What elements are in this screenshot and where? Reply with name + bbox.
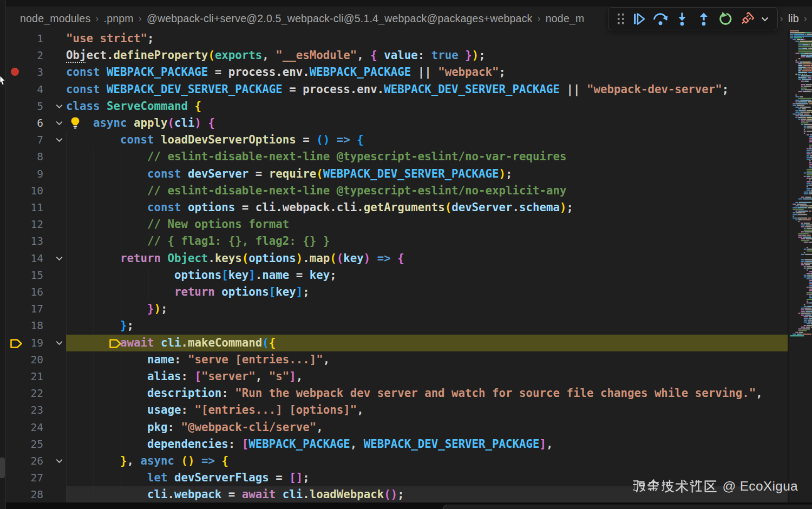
code-token: } <box>120 454 127 467</box>
code-token: = <box>235 201 255 214</box>
line-number: 26 <box>6 453 43 469</box>
breadcrumb-item[interactable]: .pnpm <box>104 12 134 25</box>
breadcrumb-separator: › <box>90 13 103 24</box>
restart-button[interactable] <box>715 9 736 29</box>
fold-chevron-icon[interactable] <box>52 115 66 132</box>
fold-chevron-icon[interactable] <box>52 453 66 469</box>
code-line-25[interactable]: 25 dependencies: [WEBPACK_PACKAGE, WEBPA… <box>6 436 812 453</box>
code-line-19[interactable]: 19 await cli.makeCommand({ <box>6 335 812 351</box>
code-token: description <box>147 387 221 400</box>
code-token: "__esModule" <box>276 49 357 62</box>
chevron-down-icon[interactable] <box>758 9 772 29</box>
step-out-button[interactable] <box>693 9 715 29</box>
code-token: const <box>147 201 188 214</box>
code-token: ; <box>479 49 486 62</box>
code-line-5[interactable]: 5class ServeCommand { <box>6 98 812 115</box>
code-line-7[interactable]: 7 const loadDevServerOptions = () => { <box>6 132 812 148</box>
minimap[interactable] <box>789 0 812 509</box>
code-line-8[interactable]: 8 // eslint-disable-next-line @typescrip… <box>6 148 812 165</box>
line-number: 14 <box>6 250 43 267</box>
code-token: ] <box>540 438 547 451</box>
code-text: await cli.makeCommand({ <box>66 335 276 351</box>
code-line-3[interactable]: 3const WEBPACK_PACKAGE = process.env.WEB… <box>6 64 812 81</box>
line-number: 25 <box>6 436 43 453</box>
code-line-20[interactable]: 20 name: "serve [entries...]", <box>6 351 812 368</box>
code-text: const options = cli.webpack.cli.getArgum… <box>66 199 573 216</box>
code-line-16[interactable]: 16 return options[key]; <box>6 284 812 301</box>
code-line-17[interactable]: 17 }); <box>6 301 812 317</box>
continue-button[interactable] <box>628 9 650 29</box>
code-token: , <box>756 387 763 400</box>
code-line-14[interactable]: 14 return Object.keys(options).map((key)… <box>6 250 812 267</box>
code-line-15[interactable]: 15 options[key].name = key; <box>6 267 812 284</box>
code-line-10[interactable]: 10 // eslint-disable-next-line @typescri… <box>6 182 812 199</box>
code-token: process.env. <box>228 66 310 79</box>
code-token: : <box>174 353 188 366</box>
breadcrumb-item[interactable]: node_modules <box>20 12 90 25</box>
fold-chevron-icon[interactable] <box>52 132 66 148</box>
code-line-22[interactable]: 22 description: "Run the webpack dev ser… <box>6 385 812 402</box>
code-token: webpack <box>174 488 221 501</box>
breadcrumb-item[interactable]: node_m <box>546 12 585 25</box>
code-token: async <box>93 116 134 129</box>
code-line-6[interactable]: 6 async apply(cli) { <box>6 115 812 132</box>
code-token <box>459 49 466 62</box>
step-over-button[interactable] <box>650 9 671 29</box>
code-token: cli <box>283 488 303 501</box>
code-line-1[interactable]: 1"use strict"; <box>6 30 812 47</box>
line-number: 19 <box>6 335 43 351</box>
drag-handle-icon[interactable] <box>614 9 628 29</box>
code-line-21[interactable]: 21 alias: ["server", "s"], <box>6 368 812 385</box>
code-token: { <box>370 49 384 62</box>
code-token: cli.webpack.cli. <box>256 201 364 214</box>
code-line-24[interactable]: 24 pkg: "@webpack-cli/serve", <box>6 419 812 436</box>
fold-chevron-icon[interactable] <box>52 98 66 115</box>
code-token: ] <box>248 269 256 282</box>
code-token: ) <box>499 167 506 180</box>
code-token: = <box>269 471 289 484</box>
code-line-23[interactable]: 23 usage: "[entries...] [options]", <box>6 402 812 419</box>
debug-toolbar <box>608 7 778 30</box>
code-line-26[interactable]: 26 }, async () => { <box>6 453 812 469</box>
code-line-18[interactable]: 18 }; <box>6 317 812 334</box>
sidebar-scrollbar-thumb[interactable] <box>0 458 5 478</box>
code-token: => <box>194 454 221 467</box>
code-text: name: "serve [entries...]", <box>66 351 330 368</box>
code-token: ( <box>208 49 215 62</box>
code-text: pkg: "@webpack-cli/serve", <box>66 419 323 436</box>
fold-chevron-icon[interactable] <box>52 250 66 267</box>
code-token: ) <box>472 49 479 62</box>
code-line-11[interactable]: 11 const options = cli.webpack.cli.getAr… <box>6 199 812 216</box>
code-token: . <box>256 269 263 282</box>
code-token: } <box>465 49 472 62</box>
breadcrumb-item[interactable]: @webpack-cli+serve@2.0.5_webpack-cli@5.1… <box>147 12 533 25</box>
step-into-button[interactable] <box>671 9 693 29</box>
code-line-12[interactable]: 12 // New options format <box>6 216 812 233</box>
line-number: 27 <box>6 469 43 486</box>
code-token: () <box>384 488 397 501</box>
line-number: 11 <box>6 199 43 216</box>
code-token: { <box>221 454 228 467</box>
line-number: 4 <box>6 81 43 98</box>
code-token: require <box>269 167 316 180</box>
code-token: "serve [entries...]" <box>188 353 323 366</box>
code-token: ; <box>303 285 310 298</box>
code-token: return <box>120 252 167 265</box>
code-line-4[interactable]: 4const WEBPACK_DEV_SERVER_PACKAGE = proc… <box>6 81 812 98</box>
code-token: cli <box>147 488 167 501</box>
code-token: } <box>120 319 127 332</box>
code-token: key <box>310 269 330 282</box>
code-editor[interactable]: 1"use strict";2Object.defineProperty(exp… <box>6 30 812 509</box>
code-line-2[interactable]: 2Object.defineProperty(exports, "__esMod… <box>6 47 812 64</box>
code-token: . <box>167 488 174 501</box>
fold-chevron-icon[interactable] <box>52 335 66 351</box>
code-line-9[interactable]: 9 const devServer = require(WEBPACK_DEV_… <box>6 166 812 182</box>
code-token: : <box>221 387 235 400</box>
code-token: "[entries...] [options]" <box>194 403 357 416</box>
code-token: ( <box>316 167 323 180</box>
code-line-13[interactable]: 13 // { flag1: {}, flag2: {} } <box>6 233 812 250</box>
disconnect-button[interactable] <box>736 9 758 29</box>
code-token: : <box>181 403 194 416</box>
code-token: . <box>513 201 520 214</box>
code-text: const devServer = require(WEBPACK_DEV_SE… <box>66 166 513 182</box>
